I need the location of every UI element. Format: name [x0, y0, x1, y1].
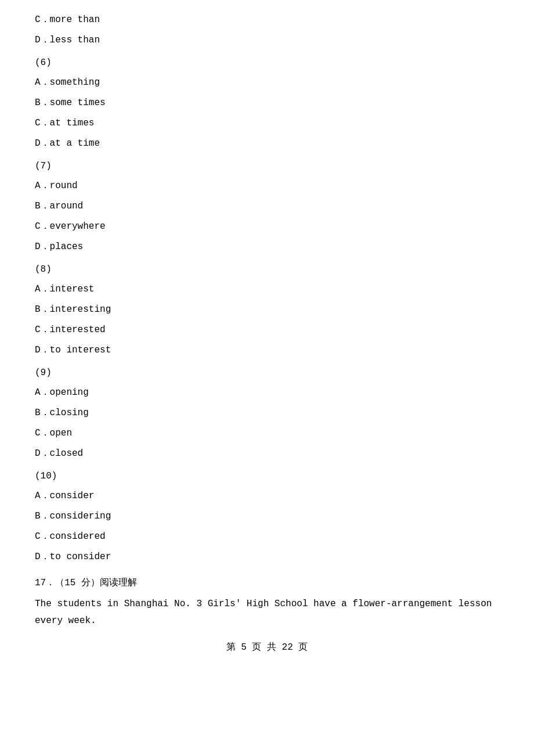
q6-option-b: B．some times	[35, 95, 499, 111]
option-d-lessthan: D．less than	[35, 32, 499, 49]
q8-option-c: C．interested	[35, 322, 499, 339]
q9-option-b: B．closing	[35, 405, 499, 422]
reading-text: The students in Shanghai No. 3 Girls' Hi…	[35, 596, 499, 629]
question-7-label: (7)	[35, 158, 499, 175]
q9-option-d: D．closed	[35, 445, 499, 462]
q7-option-a: A．round	[35, 178, 499, 195]
page-content: C．more than D．less than (6) A．something …	[35, 12, 499, 653]
question-17-label: 17．（15 分）阅读理解	[35, 575, 499, 592]
q6-option-a: A．something	[35, 74, 499, 91]
question-9-label: (9)	[35, 365, 499, 381]
page-footer: 第 5 页 共 22 页	[35, 641, 499, 653]
q8-option-a: A．interest	[35, 281, 499, 298]
q10-option-d: D．to consider	[35, 549, 499, 566]
option-d-text: less than	[50, 35, 100, 45]
q8-option-b: B．interesting	[35, 301, 499, 318]
option-c-morethan: C．more than	[35, 12, 499, 28]
q6-option-c: C．at times	[35, 115, 499, 132]
option-c-label: C．	[35, 15, 50, 25]
q6-option-d: D．at a time	[35, 135, 499, 152]
q7-option-c: C．everywhere	[35, 218, 499, 235]
question-6-label: (6)	[35, 55, 499, 71]
option-c-text: more than	[50, 15, 100, 25]
q7-option-d: D．places	[35, 239, 499, 255]
q9-option-a: A．opening	[35, 384, 499, 401]
question-8-label: (8)	[35, 261, 499, 278]
question-10-label: (10)	[35, 468, 499, 485]
option-d-label: D．	[35, 35, 50, 45]
q9-option-c: C．open	[35, 425, 499, 442]
q8-option-d: D．to interest	[35, 342, 499, 359]
q10-option-b: B．considering	[35, 508, 499, 525]
q7-option-b: B．around	[35, 198, 499, 215]
q10-option-a: A．consider	[35, 488, 499, 505]
q10-option-c: C．considered	[35, 528, 499, 545]
